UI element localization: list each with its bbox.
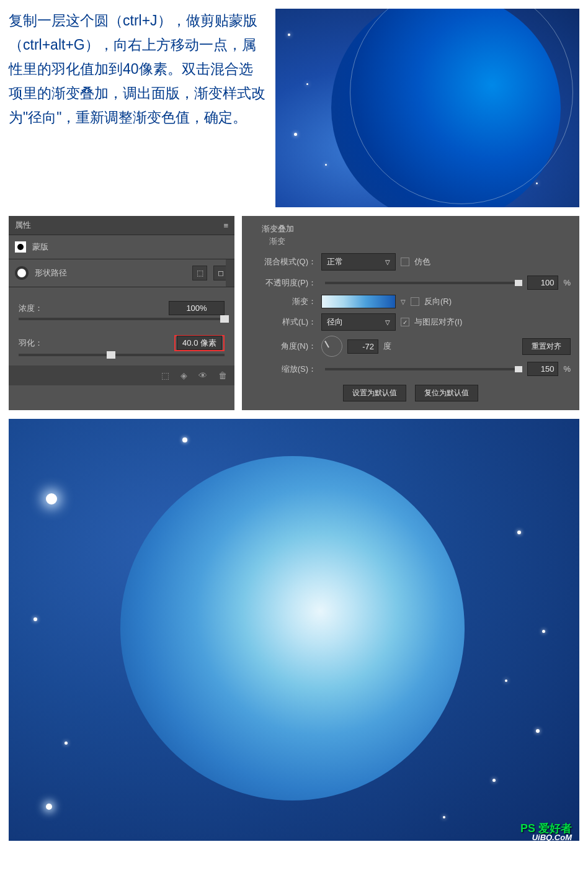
watermark-text-2: UiBQ.CoM — [532, 833, 572, 841]
angle-unit: 度 — [383, 341, 391, 352]
style-label: 样式(L)： — [251, 316, 316, 328]
align-checkbox[interactable]: ✓ — [401, 318, 409, 326]
trash-icon[interactable]: 🗑 — [218, 370, 227, 380]
reset-align-button[interactable]: 重置对齐 — [522, 338, 571, 355]
feather-label: 羽化： — [19, 338, 43, 349]
style-select[interactable]: 径向▽ — [321, 313, 396, 331]
mask-icon[interactable] — [15, 241, 26, 253]
opacity-unit: % — [563, 278, 571, 287]
feather-slider[interactable] — [19, 354, 225, 356]
scale-unit: % — [563, 364, 571, 374]
instruction-text: 复制一层这个圆（ctrl+J），做剪贴蒙版（ctrl+alt+G），向右上方移动… — [9, 9, 267, 207]
reverse-label: 反向(R) — [424, 296, 452, 307]
preview-image-1 — [275, 9, 579, 207]
align-label: 与图层对齐(I) — [414, 316, 462, 328]
panel-menu-icon[interactable]: ≡ — [223, 221, 228, 230]
gradient-overlay-title: 渐变叠加 — [262, 223, 571, 235]
chevron-down-icon[interactable]: ▽ — [401, 298, 406, 305]
dither-label: 仿色 — [414, 256, 430, 267]
shape-path-label: 形状路径 — [35, 267, 67, 279]
visibility-icon[interactable]: 👁 — [198, 370, 207, 380]
gradient-overlay-panel: 渐变叠加 渐变 混合模式(Q)： 正常▽ 仿色 不透明度(P)： 100 % 渐… — [242, 216, 579, 410]
density-value[interactable]: 100% — [169, 301, 225, 315]
gradient-label: 渐变： — [251, 296, 316, 307]
opacity-label: 不透明度(P)： — [251, 277, 316, 289]
angle-dial[interactable] — [321, 336, 342, 357]
chevron-down-icon: ▽ — [385, 319, 390, 326]
density-slider[interactable] — [19, 318, 225, 320]
link-icon[interactable]: ⬚ — [192, 266, 207, 280]
scale-input[interactable]: 150 — [527, 362, 558, 376]
reverse-checkbox[interactable] — [411, 297, 419, 306]
dither-checkbox[interactable] — [401, 258, 409, 266]
result-image: PS 爱好者 UiBQ.CoM — [9, 419, 579, 841]
shape-icon[interactable] — [15, 266, 29, 280]
scale-slider[interactable] — [325, 368, 519, 370]
set-default-button[interactable]: 设置为默认值 — [343, 385, 406, 401]
feather-highlight: 40.0 像素 — [174, 335, 225, 351]
mask-label: 蒙版 — [32, 241, 48, 253]
invert-icon[interactable]: ◈ — [180, 370, 187, 380]
opacity-slider[interactable] — [325, 282, 519, 284]
gradient-subtitle: 渐变 — [269, 236, 571, 247]
blend-mode-select[interactable]: 正常▽ — [321, 253, 396, 271]
scale-label: 缩放(S)： — [251, 364, 316, 375]
angle-label: 角度(N)： — [251, 341, 316, 352]
properties-panel: 属性 ≡ 蒙版 形状路径 ⬚ ◻ 浓度： 100% 羽化： 40.0 像素 — [9, 216, 234, 410]
chevron-down-icon: ▽ — [385, 259, 390, 266]
blend-mode-label: 混合模式(Q)： — [251, 256, 316, 267]
feather-value[interactable]: 40.0 像素 — [177, 336, 222, 350]
density-label: 浓度： — [19, 303, 43, 314]
opacity-input[interactable]: 100 — [527, 276, 558, 290]
reset-default-button[interactable]: 复位为默认值 — [415, 385, 478, 401]
selection-icon[interactable]: ⬚ — [161, 370, 169, 380]
scrollbar[interactable] — [226, 259, 234, 287]
gradient-preview[interactable] — [321, 295, 396, 308]
properties-title: 属性 — [15, 220, 31, 231]
angle-input[interactable]: -72 — [347, 339, 378, 354]
